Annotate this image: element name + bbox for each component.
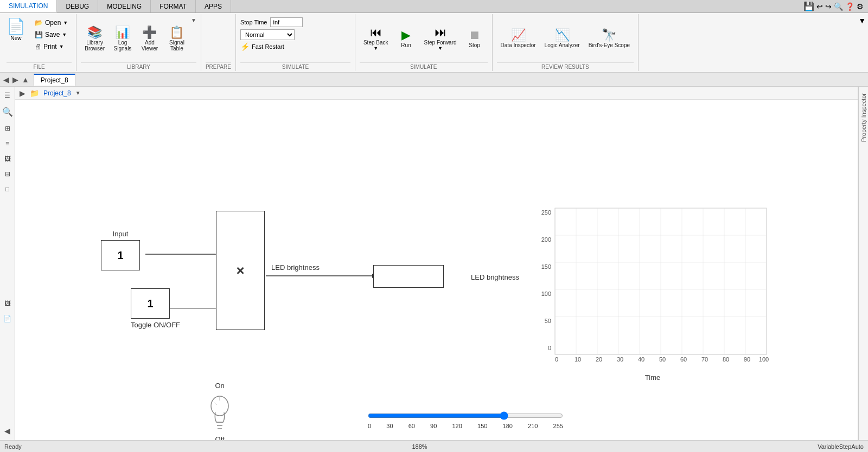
stop-button[interactable]: ⏹ Stop [462, 23, 488, 55]
open-icon: 📂 [35, 19, 43, 27]
tab-format[interactable]: FORMAT [151, 0, 196, 12]
sidebar-square-icon[interactable]: □ [3, 183, 12, 196]
led-brightness-chart-label: LED brightness [471, 273, 519, 281]
project-dropdown-icon[interactable]: ▼ [75, 90, 81, 96]
new-label: New [10, 35, 21, 41]
step-back-button[interactable]: ⏮ Step Back ▼ [360, 23, 392, 55]
project-bar-expand-icon[interactable]: ▶ [20, 89, 25, 98]
output-block-box [373, 265, 444, 288]
library-expand-icon[interactable]: ▼ [191, 17, 196, 23]
signal-table-icon: 📋 [169, 27, 184, 38]
project-icon: 📁 [30, 89, 39, 98]
new-icon: 📄 [7, 17, 25, 35]
tab-debug[interactable]: DEBUG [57, 0, 98, 12]
stop-time-input[interactable] [270, 17, 303, 27]
log-signals-icon: 📊 [115, 27, 130, 38]
toolbar-library-section: 📚 LibraryBrowser 📊 LogSignals ➕ AddViewe… [76, 14, 201, 71]
library-browser-button[interactable]: 📚 LibraryBrowser [81, 23, 108, 55]
toolbar-file-section: 📄 New 📂 Open ▼ 💾 Save ▼ 🖨 Print ▼ [2, 14, 76, 71]
logic-analyzer-icon: 📉 [555, 29, 570, 41]
svg-text:50: 50 [659, 356, 666, 363]
solver-text: VariableStepAuto [818, 443, 864, 450]
output-block[interactable] [373, 265, 444, 288]
step-forward-button[interactable]: ⏭ Step Forward ▼ [420, 23, 461, 55]
svg-text:60: 60 [680, 356, 687, 363]
toggle-block-label: Toggle ON/OFF [131, 321, 180, 329]
sidebar-table-icon[interactable]: ⊟ [2, 167, 13, 180]
step-forward-icon: ⏭ [435, 27, 446, 38]
fast-restart-icon[interactable]: ⚡ [240, 42, 250, 51]
toolbar-expand-icon[interactable]: ▼ [858, 16, 866, 25]
svg-text:50: 50 [545, 318, 551, 324]
run-icon: ▶ [401, 29, 411, 41]
fast-restart-label[interactable]: Fast Restart [252, 43, 284, 50]
add-viewer-icon: ➕ [142, 27, 157, 38]
data-inspector-button[interactable]: 📈 Data Inspector [497, 23, 540, 55]
breadcrumb-tab[interactable]: Project_8 [34, 74, 75, 86]
svg-text:20: 20 [596, 356, 602, 363]
svg-line-11 [214, 403, 216, 405]
sidebar-browser-icon[interactable]: ☰ [2, 89, 13, 102]
logic-analyzer-label: Logic Analyzer [545, 42, 580, 48]
birds-eye-label: Bird's-Eye Scope [589, 42, 630, 48]
toolbar-icon-save[interactable]: 💾 [803, 1, 814, 11]
simulation-mode-select[interactable]: Normal Accelerator Rapid Accelerator [240, 29, 295, 40]
svg-text:250: 250 [541, 209, 551, 216]
property-inspector-label[interactable]: Property Inspector [859, 91, 868, 144]
svg-text:10: 10 [575, 356, 581, 363]
add-viewer-button[interactable]: ➕ AddViewer [137, 23, 163, 55]
toolbar-prepare-section: PREPARE [201, 14, 236, 71]
nav-forward-icon[interactable]: ▶ [11, 74, 20, 85]
nav-arrows: ◀ ▶ ▲ [2, 74, 30, 85]
project-name-text[interactable]: Project_8 [43, 89, 71, 97]
toolbar-icon-settings[interactable]: ⚙ [857, 2, 864, 11]
toggle-block[interactable]: 1 Toggle ON/OFF [131, 288, 180, 329]
library-section-label: LIBRARY [81, 62, 196, 70]
tab-apps[interactable]: APPS [196, 0, 231, 12]
open-arrow-icon: ▼ [63, 20, 68, 25]
tab-modeling[interactable]: MODELING [98, 0, 151, 12]
new-button[interactable]: 📄 New [7, 17, 25, 41]
canvas-area: ▶ 📁 Project_8 ▼ Input 1 [15, 87, 858, 440]
stop-time-label: Stop Time [240, 19, 267, 25]
run-button[interactable]: ▶ Run [393, 23, 419, 55]
log-signals-button[interactable]: 📊 LogSignals [110, 23, 136, 55]
slider-container: 0 30 60 90 120 150 180 210 255 [368, 411, 563, 429]
multiply-block[interactable]: × [216, 211, 265, 330]
tick-90: 90 [430, 423, 437, 429]
toggle-switch-visual[interactable]: On Off Toggle Switch [198, 382, 241, 440]
sidebar-bottom-icon2[interactable]: 📄 [1, 312, 14, 325]
logic-analyzer-button[interactable]: 📉 Logic Analyzer [541, 23, 584, 55]
open-button[interactable]: 📂 Open ▼ [31, 17, 72, 28]
tab-simulation[interactable]: SIMULATION [0, 0, 57, 12]
print-button[interactable]: 🖨 Print ▼ [31, 41, 72, 52]
sidebar-fit-icon[interactable]: ⊞ [2, 122, 13, 135]
sidebar-collapse-icon[interactable]: ◀ [2, 424, 13, 438]
toggle-on-label: On [215, 382, 224, 390]
stop-label: Stop [469, 42, 480, 48]
toolbar-review-section: 📈 Data Inspector 📉 Logic Analyzer 🔭 Bird… [493, 14, 639, 71]
toolbar-icon-search[interactable]: 🔍 [834, 2, 843, 11]
birds-eye-button[interactable]: 🔭 Bird's-Eye Scope [585, 23, 634, 55]
sidebar-list-icon[interactable]: ≡ [3, 137, 12, 150]
signal-table-button[interactable]: 📋 SignalTable [164, 23, 190, 55]
tick-60: 60 [409, 423, 415, 429]
toolbar-icon-help[interactable]: ❓ [845, 2, 854, 11]
step-back-arrow-icon: ▼ [373, 46, 378, 51]
input-block[interactable]: Input 1 [101, 230, 140, 270]
sidebar-bottom-icon1[interactable]: 🖼 [2, 297, 14, 310]
svg-text:80: 80 [723, 356, 729, 363]
toolbar-icon-undo[interactable]: ↩ [816, 2, 823, 11]
toolbar-icon-redo[interactable]: ↪ [825, 2, 832, 11]
nav-back-icon[interactable]: ◀ [2, 74, 10, 85]
brightness-slider[interactable] [368, 411, 563, 420]
sidebar-image-icon[interactable]: 🖼 [2, 152, 14, 165]
input-block-value: 1 [101, 240, 140, 270]
project-bar: ▶ 📁 Project_8 ▼ [15, 87, 858, 100]
save-button[interactable]: 💾 Save ▼ [31, 29, 72, 40]
sidebar-zoom-in-icon[interactable]: 🔍 [0, 104, 16, 120]
nav-up-icon[interactable]: ▲ [21, 74, 30, 85]
svg-text:0: 0 [548, 345, 551, 351]
run-label: Run [401, 42, 411, 48]
toggle-off-label: Off [215, 435, 225, 440]
